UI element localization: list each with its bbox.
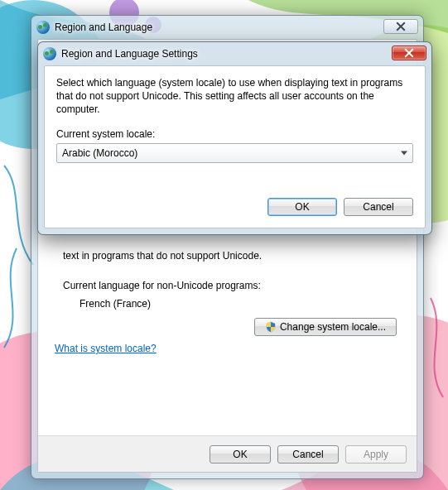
- uac-shield-icon: [265, 321, 277, 333]
- dialog-client-area: Select which language (system locale) to…: [44, 65, 426, 228]
- window-title: Region and Language: [55, 22, 152, 33]
- cancel-label: Cancel: [363, 201, 393, 213]
- dialog-title: Region and Language Settings: [61, 48, 198, 60]
- window-footer: OK Cancel Apply: [38, 435, 417, 472]
- close-icon: [396, 22, 406, 31]
- system-locale-combobox[interactable]: Arabic (Morocco): [56, 143, 413, 163]
- apply-label: Apply: [364, 449, 388, 460]
- ok-label: OK: [295, 201, 309, 213]
- cancel-button[interactable]: Cancel: [277, 445, 339, 464]
- globe-icon: [43, 47, 56, 60]
- close-icon: [404, 48, 414, 58]
- window-titlebar[interactable]: Region and Language: [31, 16, 423, 39]
- partial-description-text: text in programs that do not support Uni…: [63, 250, 400, 262]
- ok-label: OK: [233, 449, 247, 460]
- close-button[interactable]: [392, 46, 426, 60]
- close-button[interactable]: [383, 19, 418, 34]
- region-language-settings-dialog: Region and Language Settings Select whic…: [37, 41, 432, 235]
- cancel-label: Cancel: [292, 449, 323, 460]
- dialog-actions: OK Cancel: [56, 198, 413, 216]
- ok-button[interactable]: OK: [267, 198, 337, 216]
- chevron-down-icon: [401, 151, 407, 155]
- system-locale-label: Current system locale:: [56, 128, 413, 140]
- dialog-titlebar[interactable]: Region and Language Settings: [38, 42, 431, 65]
- ok-button[interactable]: OK: [210, 445, 271, 464]
- dialog-description: Select which language (system locale) to…: [56, 76, 413, 117]
- system-locale-value: Arabic (Morocco): [62, 147, 137, 159]
- current-language-value: French (France): [79, 298, 151, 310]
- change-system-locale-button[interactable]: Change system locale...: [254, 318, 397, 336]
- current-language-label: Current language for non-Unicode program…: [63, 280, 261, 291]
- globe-icon: [36, 21, 50, 34]
- what-is-system-locale-link[interactable]: What is system locale?: [55, 343, 157, 354]
- change-system-locale-label: Change system locale...: [280, 321, 386, 333]
- cancel-button[interactable]: Cancel: [344, 198, 413, 216]
- apply-button: Apply: [345, 445, 407, 464]
